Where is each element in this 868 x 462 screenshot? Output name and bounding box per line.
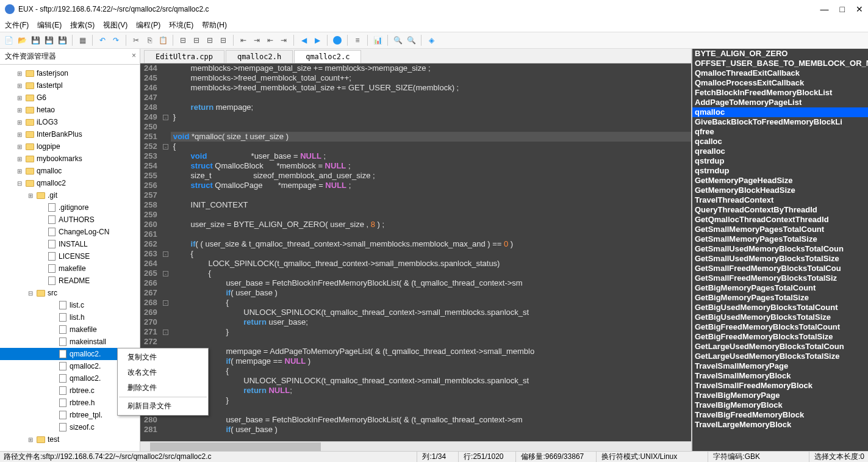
symbol-item[interactable]: qfree <box>692 127 868 137</box>
code-editor[interactable]: 2442452462472482492502512522532542552562… <box>140 63 691 441</box>
replace-icon[interactable]: 🔍 <box>405 34 417 46</box>
context-menu-item[interactable]: 删除文件 <box>119 380 207 395</box>
list-icon[interactable]: ≡ <box>351 34 364 46</box>
fold4-icon[interactable]: ⊟ <box>217 34 229 46</box>
menu-item[interactable]: 环境(E) <box>169 20 193 31</box>
symbol-item[interactable]: GetBigFreedMemoryBlocksTotalSize <box>692 332 868 342</box>
symbol-item[interactable]: GetMemoryBlockHeadSize <box>692 186 868 195</box>
symbol-item[interactable]: GetSmallMemoryPagesTotalCount <box>692 225 868 234</box>
save-all-icon[interactable]: 💾 <box>56 34 68 46</box>
tree-item[interactable]: sizeof.c <box>0 421 140 433</box>
context-menu[interactable]: 复制文件改名文件删除文件刷新目录文件 <box>117 348 209 416</box>
symbol-item[interactable]: QueryThreadContextByThreadId <box>692 205 868 215</box>
indent4-icon[interactable]: ⇥ <box>278 34 290 46</box>
menu-item[interactable]: 编程(P) <box>136 20 160 31</box>
tree-item[interactable]: ⊞logpipe <box>0 140 140 153</box>
close-button[interactable]: ✕ <box>856 4 863 14</box>
symbol-item[interactable]: AddPageToMemoryPageList <box>692 98 868 107</box>
nav-back-icon[interactable]: ◀ <box>298 34 310 46</box>
menu-item[interactable]: 视图(V) <box>103 20 127 31</box>
editor-tab[interactable]: EditUltra.cpp <box>144 50 224 63</box>
symbol-item[interactable]: GetSmallUsedMemoryBlocksTotalSize <box>692 254 868 264</box>
cut-icon[interactable]: ✂ <box>130 34 142 46</box>
symbol-item[interactable]: TravelLargeMemoryBlock <box>692 420 868 430</box>
context-menu-item[interactable]: 复制文件 <box>119 350 207 365</box>
symbol-item[interactable]: TravelSmallFreedMemoryBlock <box>692 381 868 391</box>
fold1-icon[interactable]: ⊟ <box>177 34 189 46</box>
fold3-icon[interactable]: ⊟ <box>204 34 216 46</box>
editor-tab[interactable]: qmalloc2.c <box>294 50 361 63</box>
tree-item[interactable]: ⊞InterBankPlus <box>0 128 140 140</box>
horizontal-scrollbar[interactable] <box>140 441 691 451</box>
save-icon[interactable]: 💾 <box>29 34 41 46</box>
tree-item[interactable]: ⊞hetao <box>0 104 140 116</box>
symbol-item[interactable]: OFFSET_USER_BASE_TO_MEMBLOCK_OR_N <box>692 59 868 68</box>
minimize-button[interactable]: — <box>820 4 829 14</box>
symbol-item[interactable]: GetMemoryPageHeadSize <box>692 176 868 186</box>
search-icon[interactable]: 🔍 <box>392 34 404 46</box>
symbol-item[interactable]: qstrdup <box>692 156 868 166</box>
symbol-item[interactable]: qstrndup <box>692 166 868 176</box>
symbol-item[interactable]: BYTE_ALIGN_OR_ZERO <box>692 49 868 59</box>
tree-item[interactable]: ⊞fasterjson <box>0 67 140 79</box>
symbol-item[interactable]: GiveBackBlockToFreedMemoryBlockLi <box>692 117 868 127</box>
toggle-icon[interactable]: ▦ <box>76 34 88 46</box>
symbol-item[interactable]: FetchBlockInFreedMemoryBlockList <box>692 88 868 98</box>
editor-tab[interactable]: qmalloc2.h <box>226 50 293 63</box>
symbol-item[interactable]: TravelSmallMemoryBlock <box>692 371 868 381</box>
tree-item[interactable]: ⊞qmalloc <box>0 165 140 177</box>
open-file-icon[interactable]: 📂 <box>16 34 28 46</box>
symbol-item[interactable]: GetBigFreedMemoryBlocksTotalCount <box>692 322 868 332</box>
menu-item[interactable]: 搜索(S) <box>70 20 95 31</box>
symbol-item[interactable]: TravelBigMemoryPage <box>692 391 868 400</box>
menu-item[interactable]: 文件(F) <box>5 20 29 31</box>
paste-icon[interactable]: 📋 <box>157 34 169 46</box>
tree-item[interactable]: README <box>0 275 140 287</box>
menu-item[interactable]: 帮助(H) <box>202 20 227 31</box>
symbol-item[interactable]: GetSmallMemoryPagesTotalSize <box>692 234 868 244</box>
nav-fwd-icon[interactable]: ▶ <box>311 34 323 46</box>
symbol-item[interactable]: QmallocProcessExitCallback <box>692 78 868 88</box>
symbol-item[interactable]: TravelBigFreedMemoryBlock <box>692 410 868 420</box>
symbol-item[interactable]: GetSmallFreedMemoryBlocksTotalSiz <box>692 273 868 283</box>
tree-item[interactable]: makefile <box>0 323 140 336</box>
tree-item[interactable]: ⊞mybookmarks <box>0 153 140 165</box>
symbol-item[interactable]: GetBigUsedMemoryBlocksTotalCount <box>692 303 868 312</box>
indent3-icon[interactable]: ⇤ <box>264 34 276 46</box>
tree-item[interactable]: AUTHORS <box>0 214 140 226</box>
refresh-icon[interactable] <box>331 34 343 46</box>
symbol-item[interactable]: qcalloc <box>692 137 868 146</box>
tree-item[interactable]: INSTALL <box>0 238 140 250</box>
copy-icon[interactable]: ⎘ <box>143 34 156 46</box>
save-as-icon[interactable]: 💾 <box>43 34 55 46</box>
tree-item[interactable]: ⊞G6 <box>0 92 140 104</box>
symbol-item[interactable]: GetBigUsedMemoryBlocksTotalSize <box>692 312 868 322</box>
chart-icon[interactable]: 📊 <box>371 34 384 46</box>
tree-item[interactable]: ⊟qmalloc2 <box>0 177 140 189</box>
tree-item[interactable]: LICENSE <box>0 250 140 262</box>
fold2-icon[interactable]: ⊟ <box>190 34 203 46</box>
symbol-item[interactable]: TravelBigMemoryBlock <box>692 400 868 410</box>
tree-item[interactable]: .gitignore <box>0 201 140 214</box>
symbol-item[interactable]: qrealloc <box>692 146 868 156</box>
tree-item[interactable]: makeinstall <box>0 336 140 348</box>
symbol-item[interactable]: qmalloc <box>692 107 868 117</box>
tree-item[interactable]: makefile <box>0 262 140 275</box>
tree-item[interactable]: list.c <box>0 299 140 311</box>
symbol-item[interactable]: GetLargeUsedMemoryBlocksTotalSize <box>692 352 868 361</box>
context-menu-item[interactable]: 改名文件 <box>119 365 207 380</box>
tree-item[interactable]: ⊞fastertpl <box>0 79 140 92</box>
indent2-icon[interactable]: ⇥ <box>251 34 263 46</box>
tree-item[interactable]: ⊞test <box>0 433 140 446</box>
tree-item[interactable]: ⊟src <box>0 287 140 299</box>
tree-item[interactable]: list.h <box>0 311 140 323</box>
undo-icon[interactable]: ↶ <box>96 34 109 46</box>
indent1-icon[interactable]: ⇤ <box>237 34 249 46</box>
symbol-item[interactable]: GetBigMemoryPagesTotalSize <box>692 293 868 303</box>
tree-item[interactable]: ⊞.git <box>0 189 140 201</box>
symbol-panel[interactable]: BYTE_ALIGN_OR_ZEROOFFSET_USER_BASE_TO_ME… <box>692 49 868 451</box>
symbol-item[interactable]: GetSmallUsedMemoryBlocksTotalCoun <box>692 244 868 254</box>
menu-item[interactable]: 编辑(E) <box>37 20 62 31</box>
redo-icon[interactable]: ↷ <box>110 34 122 46</box>
symbol-item[interactable]: GetSmallFreedMemoryBlocksTotalCou <box>692 264 868 273</box>
